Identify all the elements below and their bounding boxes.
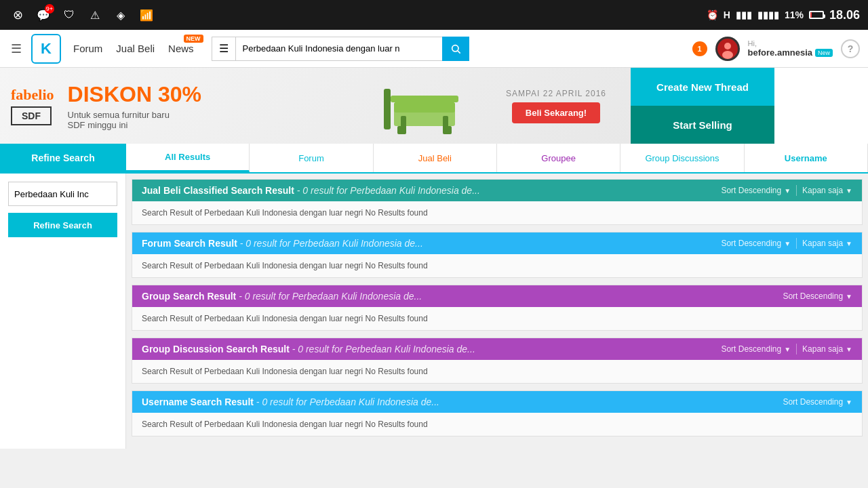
refine-search-tab[interactable]: Refine Search — [0, 144, 126, 172]
svg-line-1 — [458, 51, 460, 54]
svg-rect-10 — [401, 116, 406, 134]
svg-point-4 — [722, 51, 733, 59]
username-body: Search Result of Perbedaan Kuli Indonesi… — [132, 413, 862, 436]
nav-news[interactable]: News NEW — [168, 40, 194, 57]
user-info: Hi, before.amnesia New — [748, 39, 833, 58]
group-disc-sort-arrow: ▼ — [784, 346, 791, 353]
nav-jual-beli[interactable]: Jual Beli — [116, 40, 155, 57]
advertisement-banner: fabelio SDF DISKON 30% Untuk semua furni… — [0, 68, 868, 144]
status-bar: ⊗ 💬 9+ 🛡 ⚠ ◈ 📶 ⏰ H ▮▮▮ ▮▮▮▮ 11% 18.06 — [0, 0, 868, 30]
banner-content: fabelio SDF DISKON 30% Untuk semua furni… — [0, 68, 631, 144]
forum-kapan-arrow: ▼ — [846, 240, 852, 247]
forum-header: Forum Search Result - 0 result for Perbe… — [132, 232, 862, 254]
forum-kapan[interactable]: Kapan saja ▼ — [802, 239, 852, 248]
username-display: before.amnesia — [748, 47, 812, 58]
jual-beli-controls: Sort Descending ▼ Kapan saja ▼ — [721, 185, 852, 196]
signal-icon: ▮▮▮ — [736, 9, 752, 20]
sidebar-refine-button[interactable]: Refine Search — [8, 213, 117, 237]
status-right: ⏰ H ▮▮▮ ▮▮▮▮ 11% 18.06 — [707, 8, 860, 22]
svg-point-0 — [452, 45, 458, 51]
forum-sort[interactable]: Sort Descending ▼ — [721, 239, 791, 248]
jual-beli-result: Jual Beli Classified Search Result - 0 r… — [132, 179, 863, 225]
separator3 — [796, 344, 797, 354]
tab-groupee[interactable]: Groupee — [497, 144, 620, 172]
nav-right: 1 Hi, before.amnesia New ? — [692, 37, 860, 61]
tabs-bar: Refine Search All Results Forum Jual Bel… — [0, 144, 868, 174]
banner-logo: fabelio SDF — [11, 86, 54, 125]
tab-username[interactable]: Username — [745, 144, 868, 172]
banner-cta: SAMPAI 22 APRIL 2016 Beli Sekarang! — [492, 81, 620, 131]
nav-forum[interactable]: Forum — [73, 40, 102, 57]
fabelio-brand: fabelio — [11, 86, 54, 104]
forum-sort-arrow: ▼ — [784, 240, 791, 247]
banner-desc2: SDF minggu ini — [68, 120, 357, 130]
svg-rect-7 — [394, 102, 455, 113]
group-header: Group Search Result - 0 result for Perbe… — [132, 285, 862, 307]
notification-badge[interactable]: 1 — [692, 41, 707, 56]
h-icon: H — [724, 9, 730, 20]
banner-main: DISKON 30% Untuk semua furnitur baru SDF… — [68, 82, 357, 130]
username-sort[interactable]: Sort Descending ▼ — [783, 397, 852, 407]
username-sort-arrow: ▼ — [846, 399, 852, 406]
group-sort[interactable]: Sort Descending ▼ — [783, 291, 852, 301]
group-discussion-header: Group Discussion Search Result - 0 resul… — [132, 338, 862, 360]
battery-icon — [809, 11, 824, 19]
battery-percent: 11% — [785, 9, 804, 20]
forum-body: Search Result of Perbedaan Kuli Indonesi… — [132, 254, 862, 277]
create-thread-button[interactable]: Create New Thread — [631, 68, 774, 106]
tab-forum[interactable]: Forum — [250, 144, 373, 172]
group-sort-arrow: ▼ — [846, 293, 852, 300]
signal-icon2: ▮▮▮▮ — [757, 9, 779, 20]
user-new-badge: New — [815, 49, 833, 57]
jual-beli-kapan[interactable]: Kapan saja ▼ — [802, 186, 852, 195]
chair-illustration — [357, 75, 492, 136]
group-disc-kapan[interactable]: Kapan saja ▼ — [802, 344, 852, 354]
svg-rect-5 — [391, 96, 458, 102]
user-greeting: Hi, — [748, 39, 833, 47]
navigation-bar: ☰ K Forum Jual Beli News NEW ☰ 1 Hi, bef… — [0, 30, 868, 68]
discount-text: DISKON 30% — [68, 82, 357, 107]
search-button[interactable] — [442, 37, 469, 61]
nav-menu: Forum Jual Beli News NEW — [73, 40, 194, 57]
news-new-badge: NEW — [184, 35, 203, 43]
help-button[interactable]: ? — [841, 39, 860, 58]
sdf-brand: SDF — [11, 106, 52, 125]
beli-sekarang-button[interactable]: Beli Sekarang! — [512, 102, 600, 123]
kapan-dropdown-arrow: ▼ — [846, 187, 852, 195]
jual-beli-sort[interactable]: Sort Descending ▼ — [721, 186, 791, 195]
sort-dropdown-arrow: ▼ — [784, 187, 791, 195]
forum-title-area: Forum Search Result - 0 result for Perbe… — [142, 238, 423, 249]
group-controls: Sort Descending ▼ — [783, 291, 852, 301]
main-layout: Refine Search Jual Beli Classified Searc… — [0, 174, 868, 449]
hamburger-menu[interactable]: ☰ — [8, 39, 24, 59]
separator2 — [796, 238, 797, 249]
bbm-icon: ◈ — [111, 5, 130, 24]
sidebar-search-input[interactable] — [8, 182, 117, 206]
user-avatar[interactable] — [715, 37, 740, 61]
start-selling-button[interactable]: Start Selling — [631, 106, 774, 144]
svg-rect-11 — [443, 116, 448, 134]
kaskus-logo[interactable]: K — [31, 34, 61, 64]
group-disc-sort[interactable]: Sort Descending ▼ — [721, 344, 791, 354]
search-input[interactable] — [236, 37, 442, 61]
jual-beli-body: Search Result of Perbedaan Kuli Indonesi… — [132, 201, 862, 224]
wifi-icon: 📶 — [137, 5, 156, 24]
shield-icon: 🛡 — [60, 5, 79, 24]
warning-icon: ⚠ — [85, 5, 104, 24]
group-body: Search Result of Perbedaan Kuli Indonesi… — [132, 307, 862, 330]
svg-point-3 — [724, 43, 731, 49]
jual-beli-header: Jual Beli Classified Search Result - 0 r… — [132, 180, 862, 201]
svg-rect-12 — [384, 89, 391, 129]
sampai-text: SAMPAI 22 APRIL 2016 — [506, 89, 606, 98]
tab-all-results[interactable]: All Results — [126, 144, 250, 172]
search-toggle-btn[interactable]: ☰ — [212, 37, 236, 61]
username-controls: Sort Descending ▼ — [783, 397, 852, 407]
clock: 18.06 — [829, 8, 860, 22]
group-disc-kapan-arrow: ▼ — [846, 346, 852, 353]
tab-group-discussions[interactable]: Group Discussions — [620, 144, 744, 172]
kaskus-app-icon: ⊗ — [8, 5, 27, 24]
results-area: Jual Beli Classified Search Result - 0 r… — [126, 174, 868, 449]
tab-jual-beli[interactable]: Jual Beli — [374, 144, 497, 172]
forum-controls: Sort Descending ▼ Kapan saja ▼ — [721, 238, 852, 249]
group-result: Group Search Result - 0 result for Perbe… — [132, 285, 863, 331]
